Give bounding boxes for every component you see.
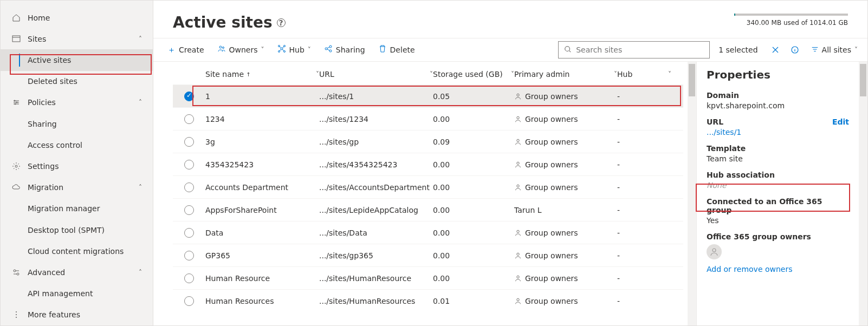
cell-site-name[interactable]: Data [205,229,319,237]
cell-admin[interactable]: Group owners [514,229,617,237]
cell-url[interactable]: .../sites/HumanResource [319,274,433,283]
add-remove-owners-link[interactable]: Add or remove owners [707,265,849,273]
svg-point-7 [16,311,17,312]
sharing-button[interactable]: Sharing [319,41,371,58]
cell-hub: - [617,229,671,237]
nav-settings-label: Settings [28,162,59,171]
info-button[interactable] [786,41,804,58]
info-icon[interactable]: ? [277,18,286,27]
cell-url[interactable]: .../sites/LepideAppCatalog [319,206,433,214]
row-checkbox[interactable] [184,228,194,238]
nav-sites[interactable]: Sites ˄ [1,28,153,49]
cell-hub: - [617,160,671,169]
row-checkbox[interactable] [184,205,194,215]
owners-label: Owners [229,45,258,54]
nav-settings[interactable]: Settings [1,155,153,177]
owners-button[interactable]: Owners ˅ [212,41,270,58]
nav-migration[interactable]: Migration ˄ [1,177,153,198]
annotation-highlight-row [192,86,681,106]
cell-admin[interactable]: Group owners [514,138,617,146]
storage-bar-fill [734,14,735,16]
clear-selection-button[interactable] [767,41,784,58]
nav-cloud-content[interactable]: Cloud content migrations [1,240,153,262]
nav-api-management[interactable]: API management [1,283,153,304]
nav-desktop-tool-label: Desktop tool (SPMT) [28,226,105,234]
cell-site-name[interactable]: Human Resource [205,274,319,283]
cell-admin[interactable]: Tarun L [514,206,617,214]
row-checkbox[interactable] [184,137,194,147]
svg-point-29 [517,276,519,278]
delete-button[interactable]: Delete [373,41,420,58]
table-row[interactable]: 3g.../sites/gp0.09Group owners- [173,130,683,153]
col-hub[interactable]: Hub˅ [617,70,671,79]
nav-migration-label: Migration [28,183,63,192]
row-checkbox[interactable] [184,296,194,306]
nav-more-features[interactable]: More features [1,304,153,325]
svg-point-27 [517,230,519,232]
col-url[interactable]: URL˅ [319,70,433,79]
cell-url[interactable]: .../sites/HumanResources [319,297,433,305]
create-button[interactable]: ＋ Create [162,41,210,58]
svg-point-9 [16,317,17,318]
prop-domain-label: Domain [707,91,849,100]
cell-site-name[interactable]: 4354325423 [205,160,319,169]
cell-url[interactable]: .../sites/1234 [319,115,433,123]
panel-scrollbar[interactable] [859,62,867,325]
table-row[interactable]: GP365.../sites/gp3650.00Group owners- [173,244,683,266]
row-checkbox[interactable] [184,160,194,169]
filter-icon [811,45,819,55]
row-checkbox[interactable] [184,182,194,192]
cell-site-name[interactable]: AppsForSharePoint [205,206,319,214]
edit-url-link[interactable]: Edit [832,118,849,126]
table-row[interactable]: Accounts Department.../sites/AccountsDep… [173,175,683,198]
cell-admin[interactable]: Group owners [514,160,617,169]
cell-site-name[interactable]: 1234 [205,115,319,123]
cell-url[interactable]: .../sites/AccountsDepartment [319,183,433,192]
table-row[interactable]: AppsForSharePoint.../sites/LepideAppCata… [173,198,683,221]
col-storage[interactable]: Storage used (GB)˅ [433,70,514,79]
cell-site-name[interactable]: Human Resources [205,297,319,305]
nav-policies[interactable]: Policies ˄ [1,92,153,113]
prop-url-value[interactable]: .../sites/1 [707,128,849,136]
row-checkbox[interactable] [184,114,194,124]
table-row[interactable]: 1234.../sites/12340.00Group owners- [173,107,683,130]
search-input[interactable] [576,45,704,54]
cell-site-name[interactable]: 3g [205,138,319,146]
cell-admin[interactable]: Group owners [514,115,617,123]
cell-admin[interactable]: Group owners [514,297,617,305]
nav-advanced[interactable]: Advanced ˄ [1,262,153,283]
search-input-wrap[interactable] [558,41,710,58]
nav-desktop-tool[interactable]: Desktop tool (SPMT) [1,219,153,240]
cell-admin-text: Group owners [525,160,578,169]
prop-hub-label: Hub association [707,171,849,179]
cell-url[interactable]: .../sites/Data [319,229,433,237]
table-row[interactable]: Human Resources.../sites/HumanResources0… [173,289,683,312]
cell-admin[interactable]: Group owners [514,274,617,283]
cell-site-name[interactable]: Accounts Department [205,183,319,192]
row-checkbox[interactable] [184,251,194,260]
cell-admin[interactable]: Group owners [514,183,617,192]
svg-point-5 [14,270,16,272]
cell-url[interactable]: .../sites/4354325423 [319,160,433,169]
cell-site-name[interactable]: GP365 [205,251,319,260]
cell-url[interactable]: .../sites/gp365 [319,251,433,260]
nav-home[interactable]: Home [1,7,153,28]
table-row[interactable]: Human Resource.../sites/HumanResource0.0… [173,266,683,289]
people-icon [217,44,226,55]
cell-admin[interactable]: Group owners [514,251,617,260]
view-filter-button[interactable]: All sites ˅ [806,45,863,55]
svg-point-17 [325,48,327,50]
table-scrollbar[interactable] [688,62,696,325]
table-row[interactable]: Data.../sites/Data0.00Group owners- [173,221,683,244]
svg-point-18 [329,45,332,48]
row-checkbox[interactable] [184,273,194,283]
col-admin[interactable]: Primary admin˅ [514,70,617,79]
nav-sharing[interactable]: Sharing [1,113,153,134]
col-site-name[interactable]: Site name↑˅ [205,70,319,79]
table-row[interactable]: 4354325423.../sites/43543254230.00Group … [173,153,683,175]
cell-url[interactable]: .../sites/gp [319,138,433,146]
nav-access-control[interactable]: Access control [1,134,153,155]
nav-migration-manager[interactable]: Migration manager [1,198,153,219]
chevron-down-icon: ˅ [854,46,858,54]
hub-button[interactable]: Hub ˅ [272,41,316,58]
